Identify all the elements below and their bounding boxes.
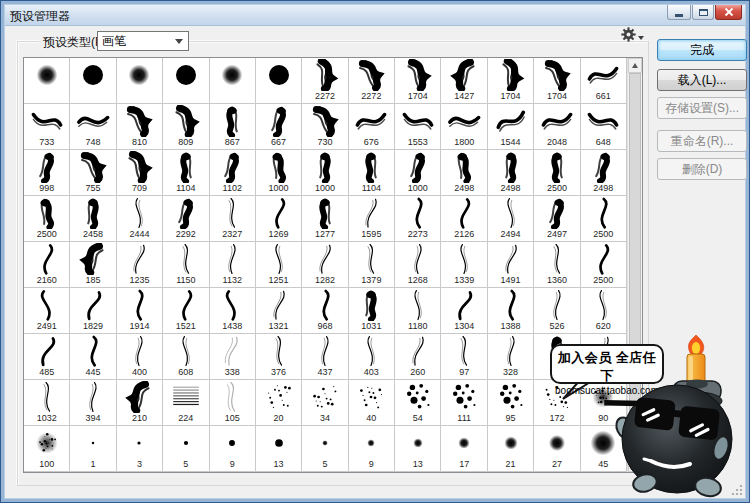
brush-preset-cell[interactable] (70, 58, 116, 104)
brush-preset-cell[interactable]: 1829 (70, 288, 116, 334)
done-button[interactable]: 完成 (657, 39, 747, 61)
brush-preset-cell[interactable]: 97 (441, 334, 487, 380)
brush-preset-cell[interactable]: 5 (302, 426, 348, 472)
brush-preset-cell[interactable]: 1544 (488, 104, 534, 150)
brush-preset-cell[interactable]: 1704 (534, 58, 580, 104)
brush-preset-cell[interactable]: 2500 (581, 196, 627, 242)
brush-preset-cell[interactable]: 185 (70, 242, 116, 288)
brush-preset-cell[interactable]: 2497 (534, 196, 580, 242)
brush-preset-cell[interactable]: 1032 (24, 380, 70, 426)
brush-preset-cell[interactable]: 809 (163, 104, 209, 150)
brush-preset-cell[interactable]: 3 (117, 426, 163, 472)
brush-preset-cell[interactable]: 437 (302, 334, 348, 380)
brush-preset-cell[interactable]: 748 (70, 104, 116, 150)
brush-preset-cell[interactable]: 40 (349, 380, 395, 426)
brush-preset-cell[interactable]: 13 (395, 426, 441, 472)
load-button[interactable]: 载入(L)... (657, 69, 747, 91)
brush-preset-cell[interactable]: 20 (256, 380, 302, 426)
brush-preset-cell[interactable]: 1104 (163, 150, 209, 196)
brush-preset-cell[interactable]: 1914 (117, 288, 163, 334)
brush-preset-cell[interactable]: 730 (302, 104, 348, 150)
brush-preset-cell[interactable]: 733 (24, 104, 70, 150)
brush-preset-cell[interactable]: 445 (70, 334, 116, 380)
brush-preset-cell[interactable]: 34 (302, 380, 348, 426)
brush-preset-cell[interactable]: 1000 (256, 150, 302, 196)
brush-preset-cell[interactable]: 338 (210, 334, 256, 380)
brush-preset-cell[interactable]: 1000 (302, 150, 348, 196)
brush-preset-cell[interactable]: 1321 (256, 288, 302, 334)
brush-preset-cell[interactable]: 998 (24, 150, 70, 196)
brush-preset-cell[interactable]: 2272 (349, 58, 395, 104)
brush-preset-cell[interactable]: 620 (581, 288, 627, 334)
brush-preset-cell[interactable]: 2048 (534, 104, 580, 150)
maximize-button[interactable] (692, 5, 714, 20)
brush-preset-cell[interactable]: 1800 (441, 104, 487, 150)
brush-preset-cell[interactable]: 1388 (488, 288, 534, 334)
brush-preset-cell[interactable]: 1553 (395, 104, 441, 150)
brush-preset-cell[interactable]: 210 (117, 380, 163, 426)
brush-preset-cell[interactable]: 2498 (488, 150, 534, 196)
brush-preset-cell[interactable]: 968 (302, 288, 348, 334)
brush-preset-cell[interactable]: 2500 (24, 196, 70, 242)
brush-preset-cell[interactable]: 394 (70, 380, 116, 426)
brush-preset-cell[interactable]: 1150 (163, 242, 209, 288)
brush-preset-cell[interactable]: 1132 (210, 242, 256, 288)
preset-type-select[interactable]: 画笔 (97, 31, 189, 51)
brush-preset-cell[interactable]: 9 (210, 426, 256, 472)
panel-menu-button[interactable] (621, 27, 644, 42)
brush-preset-cell[interactable]: 2491 (24, 288, 70, 334)
brush-preset-cell[interactable]: 1521 (163, 288, 209, 334)
brush-preset-cell[interactable]: 54 (395, 380, 441, 426)
brush-preset-cell[interactable]: 608 (163, 334, 209, 380)
brush-preset-cell[interactable]: 648 (581, 104, 627, 150)
brush-preset-cell[interactable]: 111 (441, 380, 487, 426)
brush-preset-cell[interactable]: 403 (349, 334, 395, 380)
brush-preset-cell[interactable]: 755 (70, 150, 116, 196)
brush-preset-cell[interactable]: 27 (534, 426, 580, 472)
brush-preset-cell[interactable] (210, 58, 256, 104)
brush-preset-cell[interactable] (24, 58, 70, 104)
brush-preset-cell[interactable]: 1704 (395, 58, 441, 104)
brush-preset-cell[interactable]: 676 (349, 104, 395, 150)
brush-preset-cell[interactable]: 1491 (488, 242, 534, 288)
brush-preset-cell[interactable]: 709 (117, 150, 163, 196)
brush-preset-cell[interactable]: 2494 (488, 196, 534, 242)
brush-preset-cell[interactable]: 95 (488, 380, 534, 426)
brush-preset-cell[interactable]: 328 (488, 334, 534, 380)
brush-preset-cell[interactable]: 224 (163, 380, 209, 426)
brush-preset-cell[interactable]: 2500 (581, 242, 627, 288)
brush-preset-cell[interactable]: 1235 (117, 242, 163, 288)
brush-preset-cell[interactable]: 2160 (24, 242, 70, 288)
brush-preset-cell[interactable]: 1251 (256, 242, 302, 288)
brush-preset-cell[interactable]: 1031 (349, 288, 395, 334)
brush-preset-cell[interactable]: 260 (395, 334, 441, 380)
brush-preset-cell[interactable]: 1180 (395, 288, 441, 334)
brush-preset-cell[interactable]: 105 (210, 380, 256, 426)
brush-preset-cell[interactable]: 5 (163, 426, 209, 472)
brush-preset-cell[interactable]: 2498 (441, 150, 487, 196)
minimize-button[interactable] (667, 5, 691, 20)
brush-preset-cell[interactable]: 2327 (210, 196, 256, 242)
brush-preset-cell[interactable]: 1595 (349, 196, 395, 242)
brush-preset-cell[interactable]: 1427 (441, 58, 487, 104)
brush-preset-cell[interactable]: 2500 (534, 150, 580, 196)
brush-preset-cell[interactable]: 1277 (302, 196, 348, 242)
brush-preset-cell[interactable]: 1438 (210, 288, 256, 334)
brush-preset-cell[interactable]: 485 (24, 334, 70, 380)
brush-preset-cell[interactable]: 1704 (488, 58, 534, 104)
brush-preset-cell[interactable]: 1269 (256, 196, 302, 242)
brush-preset-cell[interactable] (256, 58, 302, 104)
brush-preset-cell[interactable]: 2444 (117, 196, 163, 242)
brush-preset-cell[interactable]: 21 (488, 426, 534, 472)
brush-preset-cell[interactable]: 2458 (70, 196, 116, 242)
scroll-up-button[interactable] (628, 58, 642, 73)
brush-preset-cell[interactable]: 1 (70, 426, 116, 472)
brush-preset-cell[interactable]: 1268 (395, 242, 441, 288)
brush-preset-cell[interactable]: 1104 (349, 150, 395, 196)
brush-preset-cell[interactable]: 13 (256, 426, 302, 472)
brush-preset-cell[interactable]: 2498 (581, 150, 627, 196)
brush-preset-cell[interactable] (117, 58, 163, 104)
brush-preset-cell[interactable]: 2292 (163, 196, 209, 242)
brush-preset-cell[interactable]: 1000 (395, 150, 441, 196)
brush-preset-cell[interactable]: 2126 (441, 196, 487, 242)
